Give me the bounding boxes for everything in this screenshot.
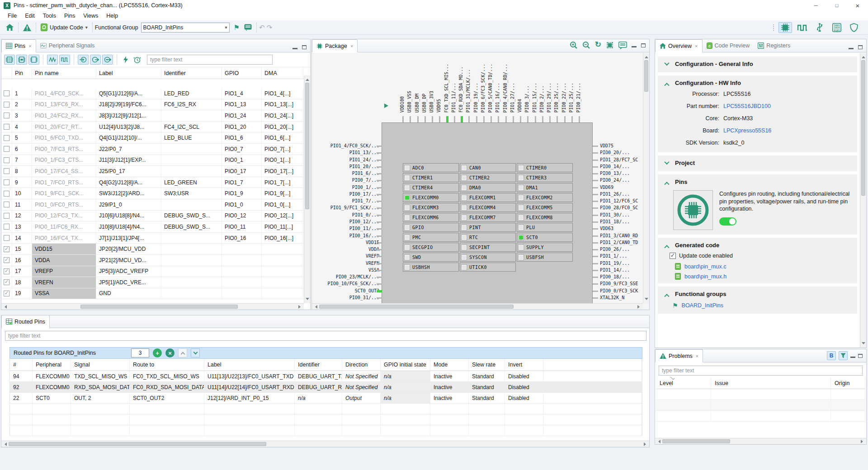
peripheral-ctimer0[interactable]: CTIMER0 bbox=[517, 163, 573, 172]
peripheral-utick0[interactable]: UTICK0 bbox=[460, 263, 516, 272]
section-functional-groups-header[interactable]: Functional groups bbox=[661, 289, 854, 299]
column-header[interactable]: Issue bbox=[711, 377, 831, 389]
package-right-pin-label[interactable]: PIO0_20/... bbox=[600, 150, 630, 155]
show-digital-toggle[interactable] bbox=[59, 55, 70, 65]
table-row[interactable]: 16VDDAJP21[2]/MCU_VD... bbox=[1, 255, 303, 266]
scroll-left-icon[interactable] bbox=[3, 305, 7, 309]
package-right-pin-label[interactable]: PIO1_30/... bbox=[600, 212, 630, 217]
scroll-down-icon[interactable] bbox=[645, 298, 648, 302]
zoom-in-icon[interactable] bbox=[570, 41, 578, 49]
menu-help[interactable]: Help bbox=[102, 12, 122, 20]
package-top-pin-label[interactable]: PIO0_25/... bbox=[554, 83, 560, 113]
peripheral-flexcomm0[interactable]: FLEXCOMM0 bbox=[403, 193, 459, 202]
show-routed-pins-toggle[interactable] bbox=[4, 55, 15, 65]
maximize-panel-icon[interactable] bbox=[302, 45, 307, 49]
pin-checkbox[interactable] bbox=[4, 146, 9, 152]
menu-tools[interactable]: Tools bbox=[39, 12, 60, 20]
routed-pin-row[interactable]: 94FLEXCOMM0TXD_SCL_MISO_WSFC0_TXD_SCL_MI… bbox=[9, 371, 642, 382]
package-top-pin-label[interactable]: PIO1_16/... bbox=[495, 83, 501, 113]
peripheral-flexcomm8[interactable]: FLEXCOMM8 bbox=[517, 213, 573, 222]
menu-pins[interactable]: Pins bbox=[60, 12, 79, 20]
pin-checkbox[interactable] bbox=[4, 102, 9, 108]
scroll-right-icon[interactable] bbox=[637, 305, 642, 309]
functional-group-link[interactable]: BOARD_InitPins bbox=[682, 302, 723, 309]
peripheral-flexcomm3[interactable]: FLEXCOMM3 bbox=[403, 203, 459, 212]
minimize-panel-icon[interactable] bbox=[850, 357, 855, 358]
package-top-pin-label[interactable]: USB0_3V3 bbox=[429, 91, 435, 113]
remove-routed-pin-button[interactable]: × bbox=[165, 348, 175, 357]
table-row[interactable]: 9PIO1_7/FC0_RTS...Q4[G2]/J12[8]/A...LED_… bbox=[1, 177, 303, 188]
close-window-button[interactable]: × bbox=[847, 0, 868, 11]
tab-package-close-icon[interactable]: × bbox=[350, 43, 353, 49]
package-right-pin-label[interactable]: PIO1_1/... bbox=[600, 254, 627, 258]
tab-routed-pins[interactable]: Routed Pins bbox=[1, 315, 50, 328]
package-top-pin-label[interactable]: PIO1_29/... bbox=[547, 83, 553, 113]
package-settings-icon[interactable] bbox=[606, 41, 614, 49]
package-right-pin-label[interactable]: PIO0_18/... bbox=[600, 274, 630, 279]
package-right-pin-label[interactable]: PIO1_3/CAN0_RD bbox=[600, 233, 638, 238]
tab-overview[interactable]: Overview × bbox=[655, 39, 703, 52]
pin-checkbox[interactable] bbox=[4, 124, 9, 130]
section-general-info-header[interactable]: Configuration - General Info bbox=[661, 59, 854, 69]
package-top-pin-label[interactable]: VDD100 bbox=[400, 96, 406, 113]
table-row[interactable]: 15VDD15JP20[2]/MCU_VDD bbox=[1, 244, 303, 255]
routed-horizontal-scrollbar[interactable] bbox=[1, 441, 649, 447]
field-value[interactable]: LPCXpresso55S16 bbox=[719, 127, 854, 134]
package-right-pin-label[interactable]: PIO1_26/... bbox=[600, 192, 630, 197]
scroll-left-icon[interactable] bbox=[3, 442, 7, 446]
package-left-pin-label[interactable]: PIO1_20/... bbox=[349, 164, 379, 169]
show-bidirectional-toggle[interactable] bbox=[102, 55, 113, 65]
minimize-window-button[interactable]: ─ bbox=[806, 0, 826, 11]
rotate-icon[interactable]: ↻ bbox=[595, 40, 601, 49]
peripheral-plu[interactable]: PLU bbox=[517, 223, 573, 232]
clocks-tool-button[interactable] bbox=[796, 22, 809, 33]
routed-pin-row[interactable]: 92FLEXCOMM0RXD_SDA_MOSI_DATAFC0_RXD_SDA_… bbox=[9, 382, 642, 393]
peripheral-ctimer1[interactable]: CTIMER1 bbox=[403, 173, 459, 182]
run-time-config-button[interactable] bbox=[132, 55, 142, 65]
package-left-pin-label[interactable]: PIO0_11/... bbox=[349, 226, 379, 231]
problems-funnel-button[interactable] bbox=[839, 351, 848, 360]
package-left-pin-label[interactable]: PIO0_17/... bbox=[349, 192, 379, 197]
table-row[interactable]: 8PIO0_17/FC4_SS...J25/P0_17PIO0_17PIO0_1… bbox=[1, 166, 303, 177]
scroll-left-icon[interactable] bbox=[656, 440, 660, 443]
package-top-pin-label[interactable]: USB0_DP bbox=[422, 94, 428, 113]
peripheral-pmc[interactable]: PMC bbox=[403, 233, 459, 242]
pin-checkbox[interactable] bbox=[4, 291, 9, 296]
problems-filter-input[interactable] bbox=[659, 366, 863, 376]
menu-edit[interactable]: Edit bbox=[21, 12, 39, 20]
show-input-toggle[interactable] bbox=[78, 55, 89, 65]
package-left-pin-label[interactable]: PIO1_0/... bbox=[352, 212, 379, 217]
package-top-pin-label[interactable]: FC0_TXD_SCL_MIS... bbox=[444, 64, 450, 113]
package-top-pin-label[interactable]: PIO0_5/CAN0_TD/... bbox=[488, 64, 494, 113]
routed-pins-count[interactable]: 3 bbox=[131, 348, 149, 357]
scroll-thumb[interactable] bbox=[662, 439, 730, 443]
generated-file-link[interactable]: board\pin_mux.h bbox=[684, 273, 726, 280]
package-top-pin-label[interactable]: PIO0_3/... bbox=[524, 85, 531, 113]
pins-enabled-toggle[interactable] bbox=[719, 217, 736, 226]
maximize-window-button[interactable]: □ bbox=[826, 0, 847, 11]
problems-horizontal-scrollbar[interactable] bbox=[655, 438, 866, 444]
tooltip-icon[interactable] bbox=[618, 42, 627, 49]
peripheral-flexcomm7[interactable]: FLEXCOMM7 bbox=[460, 213, 516, 222]
maximize-panel-icon[interactable] bbox=[641, 43, 646, 47]
package-right-pin-label[interactable]: PIO1_19/... bbox=[600, 261, 630, 266]
section-pins-header[interactable]: Pins bbox=[661, 177, 854, 187]
package-left-pin-label[interactable]: PIO0_7/... bbox=[352, 178, 379, 183]
scroll-right-icon[interactable] bbox=[861, 440, 865, 443]
package-top-pin-label[interactable]: USB0_VSS bbox=[407, 91, 413, 113]
package-top-pin-label[interactable]: PIO1_15/... bbox=[532, 83, 538, 113]
scroll-left-icon[interactable] bbox=[313, 305, 317, 309]
scroll-right-icon[interactable] bbox=[298, 305, 302, 309]
peripheral-usbfsh[interactable]: USBFSH bbox=[517, 253, 573, 262]
package-left-pin-label[interactable]: SCT0_OUT2 bbox=[355, 288, 379, 293]
package-right-pin-label[interactable]: VDD63 bbox=[600, 226, 613, 231]
package-left-pin-label[interactable]: PIO1_13/... bbox=[349, 150, 379, 155]
peripheral-swd[interactable]: SWD bbox=[403, 253, 459, 262]
peripherals-tool-button[interactable] bbox=[813, 22, 826, 33]
show-output-toggle[interactable] bbox=[90, 55, 101, 65]
package-left-pin-label[interactable]: PIO1_4/FC0_SCK/... bbox=[330, 143, 379, 148]
peripheral-flexcomm4[interactable]: FLEXCOMM4 bbox=[460, 203, 516, 212]
warnings-button[interactable] bbox=[21, 23, 33, 33]
tab-pins-close-icon[interactable]: × bbox=[28, 43, 31, 49]
table-row[interactable]: 7PIO0_1/FC3_CTS...J11[3]/J12[1]/EXP...PI… bbox=[1, 155, 303, 166]
